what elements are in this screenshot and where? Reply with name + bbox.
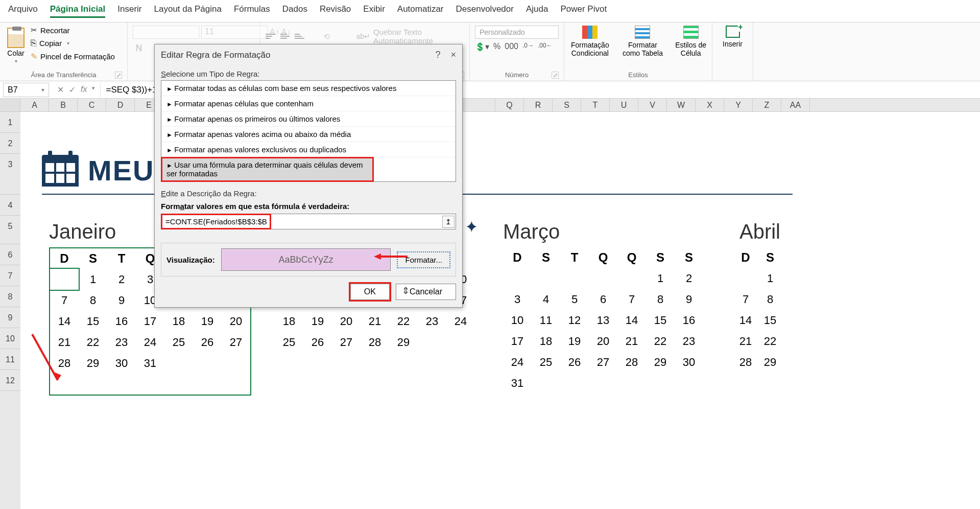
day-cell[interactable]: [107, 374, 136, 395]
day-cell[interactable]: [560, 268, 589, 289]
day-cell[interactable]: 1: [760, 268, 780, 289]
col-header[interactable]: S: [553, 99, 581, 111]
menu-exibir[interactable]: Exibir: [363, 4, 385, 18]
currency-icon[interactable]: 💲▾: [475, 42, 489, 52]
col-header[interactable]: W: [667, 99, 696, 111]
rule-type-item[interactable]: Formatar todas as células com base em se…: [161, 81, 456, 96]
day-cell[interactable]: 17: [136, 311, 164, 332]
day-cell[interactable]: 7: [731, 289, 760, 310]
dialog-launcher-icon[interactable]: ⤢: [115, 72, 122, 79]
day-cell[interactable]: 24: [446, 311, 475, 332]
day-cell[interactable]: 11: [532, 310, 560, 331]
menu-desenvolvedor[interactable]: Desenvolvedor: [456, 4, 514, 18]
font-family-select[interactable]: [133, 26, 199, 39]
day-cell[interactable]: 29: [389, 332, 418, 353]
col-header[interactable]: Q: [495, 99, 524, 111]
ok-button[interactable]: OK: [350, 284, 390, 300]
help-icon[interactable]: ?: [435, 50, 440, 60]
day-cell[interactable]: 21: [731, 331, 760, 352]
col-header[interactable]: D: [106, 99, 135, 111]
cancel-formula-icon[interactable]: ✕: [57, 85, 64, 95]
decrease-decimal-icon[interactable]: .00←: [538, 42, 553, 52]
increase-decimal-icon[interactable]: .0→: [522, 42, 534, 52]
row-header[interactable]: 4: [0, 195, 20, 216]
day-cell[interactable]: 29: [646, 352, 675, 373]
day-cell[interactable]: 25: [532, 352, 560, 373]
menu-automatizar[interactable]: Automatizar: [397, 4, 444, 18]
day-cell[interactable]: 5: [560, 289, 589, 310]
day-cell[interactable]: 10: [503, 310, 532, 331]
conditional-formatting-button[interactable]: Formatação Condicional: [569, 26, 611, 57]
day-cell[interactable]: 15: [646, 310, 675, 331]
font-size-select[interactable]: 11: [201, 26, 268, 39]
rule-type-item[interactable]: Formatar apenas valores exclusivos ou du…: [161, 142, 456, 157]
day-cell[interactable]: [532, 373, 560, 394]
menu-ajuda[interactable]: Ajuda: [526, 4, 548, 18]
day-cell[interactable]: 12: [560, 310, 589, 331]
day-cell[interactable]: [164, 353, 193, 374]
menu-layout[interactable]: Layout da Página: [154, 4, 222, 18]
day-cell[interactable]: [646, 373, 675, 394]
menu-pagina-inicial[interactable]: Página Inicial: [50, 4, 106, 18]
day-cell[interactable]: [222, 374, 250, 395]
accept-formula-icon[interactable]: ✓: [69, 85, 76, 95]
day-cell[interactable]: 29: [79, 353, 107, 374]
day-cell[interactable]: [503, 268, 532, 289]
formula-input-field[interactable]: [162, 215, 270, 228]
day-cell[interactable]: 21: [50, 332, 79, 353]
day-cell[interactable]: [560, 373, 589, 394]
dialog-titlebar[interactable]: Editar Regra de Formatação ? ×: [155, 44, 462, 65]
menu-inserir[interactable]: Inserir: [117, 4, 141, 18]
name-box[interactable]: B7: [3, 83, 49, 97]
day-cell[interactable]: [731, 268, 760, 289]
day-cell[interactable]: 16: [107, 311, 136, 332]
day-cell[interactable]: [361, 353, 389, 374]
row-header[interactable]: 7: [0, 265, 20, 286]
day-cell[interactable]: 14: [617, 310, 646, 331]
day-cell[interactable]: [303, 353, 332, 374]
day-cell[interactable]: 24: [136, 332, 164, 353]
menu-formulas[interactable]: Fórmulas: [234, 4, 270, 18]
orientation-icon[interactable]: ⟲: [323, 32, 333, 41]
day-cell[interactable]: [589, 373, 617, 394]
percent-icon[interactable]: %: [493, 42, 500, 52]
day-cell[interactable]: 16: [675, 310, 703, 331]
day-cell[interactable]: [79, 374, 107, 395]
day-cell[interactable]: 15: [79, 311, 107, 332]
menu-powerpivot[interactable]: Power Pivot: [560, 4, 607, 18]
format-painter-button[interactable]: Pincel de Formatação: [31, 52, 115, 61]
day-cell[interactable]: [532, 268, 560, 289]
day-cell[interactable]: 18: [164, 311, 193, 332]
day-cell[interactable]: [50, 269, 79, 290]
day-cell[interactable]: 18: [532, 331, 560, 352]
day-cell[interactable]: [332, 353, 361, 374]
day-cell[interactable]: 21: [617, 331, 646, 352]
col-header[interactable]: V: [638, 99, 667, 111]
day-cell[interactable]: 2: [107, 269, 136, 290]
col-header[interactable]: Z: [753, 99, 781, 111]
day-cell[interactable]: 20: [332, 311, 361, 332]
day-cell[interactable]: [50, 374, 79, 395]
cell-styles-button[interactable]: Estilos de Célula: [675, 26, 707, 57]
dialog-launcher-icon[interactable]: ⤢: [552, 72, 559, 79]
day-cell[interactable]: 17: [503, 331, 532, 352]
col-header[interactable]: R: [524, 99, 553, 111]
day-cell[interactable]: 20: [589, 331, 617, 352]
close-icon[interactable]: ×: [450, 50, 456, 60]
day-cell[interactable]: 22: [79, 332, 107, 353]
cut-button[interactable]: Recortar: [31, 26, 115, 35]
range-selector-icon[interactable]: ↥: [442, 216, 455, 228]
day-cell[interactable]: 31: [136, 353, 164, 374]
rule-type-item[interactable]: Formatar apenas valores acima ou abaixo …: [161, 127, 456, 142]
day-cell[interactable]: [617, 373, 646, 394]
row-header[interactable]: 8: [0, 286, 20, 307]
day-cell[interactable]: [164, 374, 193, 395]
day-cell[interactable]: 2: [675, 268, 703, 289]
row-header[interactable]: 3: [0, 154, 20, 195]
day-cell[interactable]: [389, 353, 418, 374]
day-cell[interactable]: 8: [646, 289, 675, 310]
comma-icon[interactable]: 000: [505, 42, 518, 52]
bold-button[interactable]: N: [133, 42, 145, 54]
day-cell[interactable]: 1: [79, 269, 107, 290]
day-cell[interactable]: 26: [193, 332, 222, 353]
